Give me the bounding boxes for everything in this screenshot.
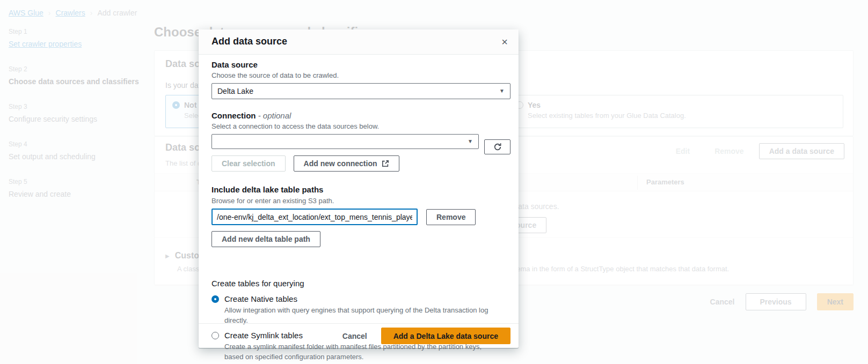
radio-native-tables[interactable] bbox=[211, 295, 219, 303]
data-source-description: Choose the source of data to be crawled. bbox=[211, 71, 510, 79]
include-paths-description: Browse for or enter an existing S3 path. bbox=[211, 197, 510, 205]
close-icon[interactable]: × bbox=[501, 35, 508, 49]
native-tables-option[interactable]: Create Native tables bbox=[211, 294, 510, 303]
external-link-icon bbox=[382, 160, 389, 167]
page: AWS Glue › Crawlers › Add crawler Step 1… bbox=[0, 0, 868, 364]
remove-path-button[interactable]: Remove bbox=[426, 209, 476, 225]
modal-title: Add data source bbox=[211, 36, 287, 47]
add-new-delta-table-path-button[interactable]: Add new delta table path bbox=[211, 231, 320, 247]
option-label: Create Native tables bbox=[224, 294, 297, 303]
add-new-connection-button[interactable]: Add new connection bbox=[294, 155, 399, 172]
refresh-icon bbox=[493, 143, 502, 151]
modal-header: Add data source × bbox=[199, 29, 519, 55]
data-source-label: Data source bbox=[211, 60, 510, 69]
include-paths-label: Include delta lake table paths bbox=[211, 185, 510, 194]
modal-footer: Cancel Add a Delta Lake data source bbox=[199, 323, 519, 348]
connection-optional-text: - optional bbox=[256, 111, 291, 120]
chevron-down-icon: ▼ bbox=[499, 88, 505, 94]
data-source-selected-value: Delta Lake bbox=[217, 87, 253, 95]
data-source-select[interactable]: Delta Lake ▼ bbox=[211, 83, 510, 99]
modal-body: Data source Choose the source of data to… bbox=[199, 55, 519, 323]
connection-select[interactable]: ▼ bbox=[211, 134, 479, 149]
native-tables-description: Allow integration with query engines tha… bbox=[224, 305, 501, 325]
refresh-connections-button[interactable] bbox=[484, 139, 510, 154]
add-new-connection-label: Add new connection bbox=[304, 159, 377, 168]
add-data-source-modal: Add data source × Data source Choose the… bbox=[199, 29, 519, 348]
connection-label: Connection - optional bbox=[211, 111, 510, 120]
connection-description: Select a connection to access the data s… bbox=[211, 122, 510, 130]
modal-cancel-button[interactable]: Cancel bbox=[342, 332, 367, 340]
add-delta-lake-data-source-button[interactable]: Add a Delta Lake data source bbox=[381, 328, 510, 344]
chevron-down-icon: ▼ bbox=[468, 138, 473, 144]
clear-selection-button[interactable]: Clear selection bbox=[211, 155, 286, 172]
connection-label-text: Connection bbox=[211, 111, 256, 120]
create-tables-label: Create tables for querying bbox=[211, 279, 510, 288]
delta-table-path-input[interactable] bbox=[211, 209, 418, 225]
